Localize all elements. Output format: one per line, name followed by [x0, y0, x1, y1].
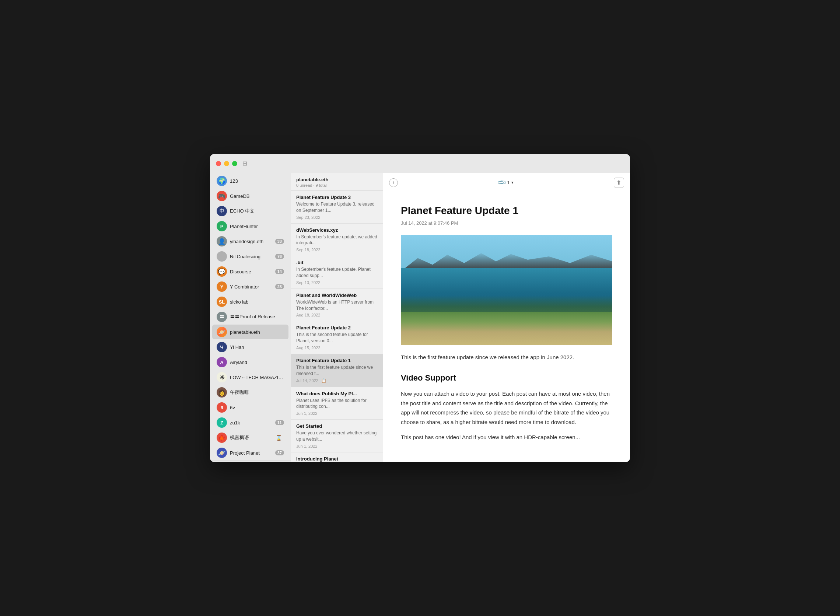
sidebar-item-label: sicko lab [230, 299, 284, 305]
sidebar-item-ycombinator[interactable]: YY Combinator23 [212, 279, 289, 294]
article-item-preview: WorldWideWeb is an HTTP server from The … [296, 299, 378, 312]
avatar: Z [217, 417, 227, 428]
minimize-button[interactable] [224, 161, 229, 166]
article-item-preview: This is the second feature update for Pl… [296, 331, 378, 344]
sidebar-badge: 23 [275, 284, 284, 289]
article-item-title: .bit [296, 260, 378, 265]
avatar: 🍁 [217, 433, 227, 443]
close-button[interactable] [216, 161, 221, 166]
toolbar-left: i [389, 178, 398, 187]
sidebar-item-proofofrelease[interactable]: 〓〓〓Proof of Release [212, 309, 289, 324]
article-item-bit[interactable]: .bitIn September's feature update, Plane… [291, 256, 383, 289]
body-video: Now you can attach a video to your post.… [401, 389, 612, 427]
avatar: Y [217, 282, 227, 292]
article-item-publishmyplanet[interactable]: What does Publish My Pl...Planet uses IP… [291, 387, 383, 420]
article-item-feature3[interactable]: Planet Feature Update 3Welcome to Featur… [291, 191, 383, 224]
sidebar-item-projectplanet[interactable]: 🪐Project Planet37 [212, 446, 289, 460]
article-item-introducing[interactable]: Introducing PlanetPlanet is a free and o… [291, 452, 383, 462]
sidebar-item-label: Y Combinator [230, 284, 272, 290]
sidebar-badge: 33 [275, 239, 284, 244]
share-icon[interactable]: ⬆ [614, 177, 624, 188]
sidebar-item-label: yihandesign.eth [230, 239, 272, 244]
article-item-meta: Sep 13, 2022 [296, 280, 378, 285]
sidebar-item-planetable[interactable]: 🪐planetable.eth [212, 324, 289, 339]
article-title: Planet Feature Update 1 [401, 204, 612, 217]
sidebar-item-planethunter[interactable]: PPlanetHunter [212, 219, 289, 233]
sidebar-badge: 14 [275, 269, 284, 274]
avatar [217, 251, 227, 262]
sidebar-item-gamedb[interactable]: 🎮GameDB [212, 189, 289, 203]
article-item-getstarted[interactable]: Get StartedHave you ever wondered whethe… [291, 419, 383, 452]
sidebar-item-airyland[interactable]: AAiryland [212, 355, 289, 370]
article-item-preview: In September's feature update, Planet ad… [296, 266, 378, 279]
avatar: 🪐 [217, 327, 227, 337]
sidebar-badge: ⌛ [273, 434, 284, 441]
article-item-feature1[interactable]: Planet Feature Update 1This is the first… [291, 354, 383, 387]
article-item-title: Planet and WorldWideWeb [296, 293, 378, 298]
article-list-header: planetable.eth 0 unread · 9 total [291, 173, 383, 191]
sidebar-item-6v[interactable]: 66v [212, 400, 289, 415]
avatar: A [217, 357, 227, 367]
avatar: 👤 [217, 236, 227, 246]
feed-title: planetable.eth [296, 177, 378, 182]
article-date: Jul 14, 2022 at 9:07:46 PM [401, 220, 612, 226]
article-item-meta: Aug 18, 2022 [296, 313, 378, 317]
article-item-meta: Sep 23, 2022 [296, 215, 378, 220]
article-detail: i 📎 1 ▾ ⬆ Planet Feature Update 1 Jul 14… [383, 173, 630, 462]
article-image [401, 235, 612, 345]
sidebar-item-lowtechmagazine[interactable]: ✳LOW←TECH MAGAZINE [212, 370, 289, 385]
avatar: 🌍 [217, 176, 227, 186]
article-item-title: dWebServices.xyz [296, 227, 378, 233]
sidebar-badge: 37 [275, 450, 284, 455]
sidebar: 🌍123🎮GameDB中ECHO 中文PPlanetHunter👤yihande… [210, 173, 291, 462]
sidebar-item-label: ECHO 中文 [230, 208, 284, 214]
avatar: 🪐 [217, 447, 227, 458]
sidebar-footer: Online (683) + [210, 461, 291, 462]
sidebar-item-label: zu1k [230, 420, 272, 425]
article-item-preview: Planet uses IPFS as the solution for dis… [296, 397, 378, 410]
article-item-title: Get Started [296, 423, 378, 429]
article-item-title: Planet Feature Update 2 [296, 325, 378, 330]
avatar: 💬 [217, 266, 227, 277]
detail-content: Planet Feature Update 1 Jul 14, 2022 at … [383, 192, 630, 462]
sidebar-item-sickolab[interactable]: SLsicko lab [212, 294, 289, 309]
sidebar-item-label: 午夜咖啡 [230, 389, 284, 396]
article-list: planetable.eth 0 unread · 9 total Planet… [291, 173, 383, 462]
maximize-button[interactable] [232, 161, 237, 166]
article-item-meta: Sep 18, 2022 [296, 248, 378, 252]
avatar: ✳ [217, 372, 227, 383]
avatar: 🎮 [217, 191, 227, 201]
article-item-dwebservices[interactable]: dWebServices.xyzIn September's feature u… [291, 224, 383, 257]
sidebar-item-wuyekafei[interactable]: 👩午夜咖啡 [212, 385, 289, 400]
article-item-worldwideweb[interactable]: Planet and WorldWideWebWorldWideWeb is a… [291, 289, 383, 322]
sidebar-badge: 76 [275, 254, 284, 259]
sidebar-item-nilcoalescing[interactable]: Nil Coalescing76 [212, 249, 289, 264]
sidebar-item-yihan[interactable]: ЧYi Han [212, 340, 289, 354]
article-attachment-icon: 📋 [321, 378, 327, 383]
article-item-title: What does Publish My Pl... [296, 391, 378, 396]
sidebar-item-label: 〓〓Proof of Release [230, 314, 284, 320]
sidebar-item-echo[interactable]: 中ECHO 中文 [212, 204, 289, 219]
sidebar-toggle-icon[interactable]: ⊟ [242, 160, 247, 167]
avatar: 〓 [217, 312, 227, 322]
article-item-preview: This is the first feature update since w… [296, 364, 378, 377]
sidebar-item-label: Yi Han [230, 345, 284, 350]
sidebar-item-label: Nil Coalescing [230, 254, 272, 260]
article-item-feature2[interactable]: Planet Feature Update 2This is the secon… [291, 321, 383, 354]
sidebar-item-fengyanfengyu[interactable]: 🍁枫言枫语⌛ [212, 430, 289, 445]
sidebar-item-zu1k[interactable]: Zzu1k11 [212, 415, 289, 430]
sidebar-item-yihandesign[interactable]: 👤yihandesign.eth33 [212, 234, 289, 249]
sidebar-item-label: 123 [230, 178, 284, 184]
attachment-button[interactable]: 📎 1 ▾ [495, 177, 516, 188]
article-item-title: Planet Feature Update 3 [296, 195, 378, 200]
avatar: 6 [217, 402, 227, 413]
article-item-meta: Jun 1, 2022 [296, 411, 378, 416]
info-icon[interactable]: i [389, 178, 398, 187]
sidebar-item-label: LOW←TECH MAGAZINE [230, 375, 284, 380]
main-content: 🌍123🎮GameDB中ECHO 中文PPlanetHunter👤yihande… [210, 173, 630, 462]
body-cont: This post has one video! And if you view… [401, 433, 612, 442]
avatar: Ч [217, 342, 227, 352]
feed-subtitle: 0 unread · 9 total [296, 183, 378, 188]
sidebar-item-123[interactable]: 🌍123 [212, 173, 289, 188]
sidebar-item-discourse[interactable]: 💬Discourse14 [212, 264, 289, 279]
